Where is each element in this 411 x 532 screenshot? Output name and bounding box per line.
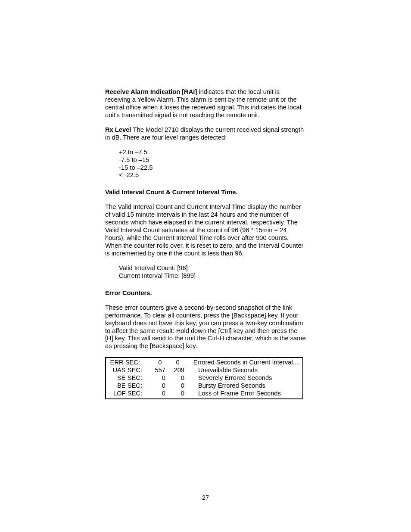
error-counter-table: ERR SEC: 0 0 Errored Seconds in Current … <box>105 357 303 399</box>
err-v2: 0 <box>162 359 179 367</box>
heading-error-counters: Error Counters. <box>105 289 306 297</box>
table-row: BE SEC: 0 0 Bursty Errored Seconds <box>109 382 300 390</box>
err-label: UAS SEC: <box>109 367 142 374</box>
heading-valid-interval: Valid Interval Count & Current Interval … <box>105 189 306 196</box>
err-label: SE SEC: <box>109 374 142 382</box>
err-desc: Bursty Errored Seconds <box>184 382 265 390</box>
table-row: ERR SEC: 0 0 Errored Seconds in Current … <box>109 359 300 367</box>
err-v2: 0 <box>165 382 184 390</box>
err-v2: 209 <box>165 367 184 374</box>
paragraph-rx-level: Rx Level The Model 2710 displays the cur… <box>105 126 306 142</box>
rx-level-list: +2 to –7.5 -7.5 to –15 -15 to –22.5 < -2… <box>105 149 306 180</box>
paragraph-error-counters: These error counters give a second-by-se… <box>105 304 306 351</box>
err-label: ERR SEC: <box>109 359 140 367</box>
rai-lead: Receive Alarm Indication [RAI] <box>105 88 199 95</box>
table-row: SE SEC: 0 0 Severely Errored Seconds <box>109 374 300 382</box>
err-desc: Severely Errored Seconds <box>184 374 272 382</box>
err-label: LOF SEC: <box>109 390 142 398</box>
interval-values: Valid Interval Count: [96] Current Inter… <box>105 264 306 280</box>
page: Receive Alarm Indication [RAI] indicates… <box>0 0 411 532</box>
err-v1: 0 <box>140 359 162 367</box>
table-row: LOF SEC: 0 0 Loss of Frame Error Seconds <box>109 390 300 398</box>
paragraph-valid-interval: The Valid Interval Count and Current Int… <box>105 203 306 258</box>
paragraph-rai: Receive Alarm Indication [RAI] indicates… <box>105 88 306 119</box>
err-desc: Loss of Frame Error Seconds <box>184 390 281 398</box>
rx-level-item: < -22.5 <box>119 171 306 179</box>
err-desc: Unavailable Seconds <box>184 367 258 374</box>
err-desc: Errored Seconds in Current Interval.... <box>180 359 300 367</box>
valid-interval-count: Valid Interval Count: [96] <box>119 264 306 272</box>
err-v1: 0 <box>142 374 165 382</box>
rx-level-item: -15 to –22.5 <box>119 164 306 172</box>
err-v2: 0 <box>165 390 184 398</box>
rx-level-item: -7.5 to –15 <box>119 156 306 164</box>
err-v1: 0 <box>142 390 165 398</box>
rx-level-item: +2 to –7.5 <box>119 149 306 156</box>
current-interval-time: Current Interval Time: [899] <box>119 272 306 280</box>
table-row: UAS SEC: 557 209 Unavailable Seconds <box>109 367 300 374</box>
rxlevel-text: The Model 2710 displays the current rece… <box>105 126 304 141</box>
err-v1: 557 <box>142 367 165 374</box>
err-v1: 0 <box>142 382 165 390</box>
page-number: 27 <box>0 494 411 502</box>
err-v2: 0 <box>165 374 184 382</box>
rxlevel-lead: Rx Level <box>105 126 133 133</box>
err-label: BE SEC: <box>109 382 142 390</box>
